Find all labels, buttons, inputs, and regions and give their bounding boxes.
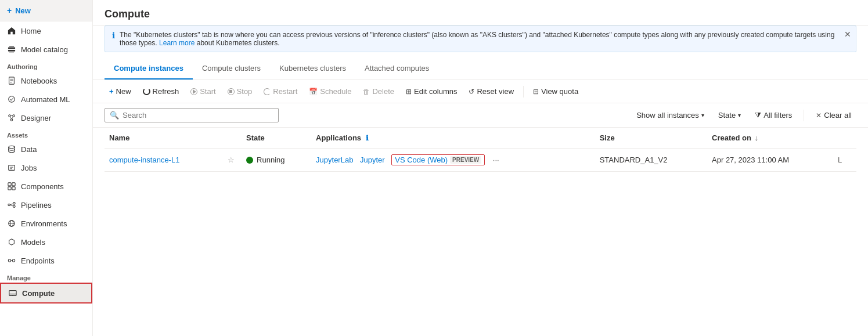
col-applications: Applications ℹ <box>311 128 595 149</box>
sidebar-item-pipelines[interactable]: Pipelines <box>0 196 92 214</box>
state-chevron-icon: ▾ <box>738 112 741 118</box>
sidebar-item-endpoints[interactable]: Endpoints <box>0 251 92 270</box>
filter-row: 🔍 Show all instances ▾ State ▾ ⧩ All fil… <box>93 103 868 128</box>
show-all-instances-button[interactable]: Show all instances ▾ <box>632 109 709 122</box>
page-title: Compute <box>105 8 856 20</box>
star-cell: ☆ <box>221 149 242 172</box>
assets-section-label: Assets <box>0 127 92 140</box>
schedule-button[interactable]: 📅 Schedule <box>304 85 356 98</box>
compute-icon <box>8 288 17 298</box>
instance-name-link[interactable]: compute-instance-L1 <box>109 156 179 164</box>
main-content: Compute ℹ The "Kubernetes clusters" tab … <box>93 0 868 336</box>
sidebar-pipelines-label: Pipelines <box>21 201 52 209</box>
sidebar-item-models[interactable]: Models <box>0 233 92 251</box>
col-size: Size <box>595 128 707 149</box>
size-value: STANDARD_A1_V2 <box>600 156 668 164</box>
col-name: Name <box>105 128 221 149</box>
edit-columns-icon: ⊞ <box>406 88 412 96</box>
sidebar-model-catalog-label: Model catalog <box>21 45 68 54</box>
state-cell: Running <box>242 149 311 172</box>
restart-icon <box>264 88 271 95</box>
state-filter-button[interactable]: State ▾ <box>714 109 745 122</box>
svg-point-36 <box>12 295 13 295</box>
clear-all-label: Clear all <box>824 111 852 120</box>
svg-point-10 <box>13 115 15 117</box>
filter-funnel-icon: ⧩ <box>755 111 761 120</box>
endpoints-icon <box>7 256 16 265</box>
schedule-icon: 📅 <box>309 88 318 96</box>
banner-close-button[interactable]: ✕ <box>844 30 851 39</box>
show-all-instances-chevron: ▾ <box>701 112 704 118</box>
pipelines-icon <box>7 200 16 209</box>
vscode-web-box[interactable]: VS Code (Web) PREVIEW <box>391 154 485 165</box>
manage-section-label: Manage <box>0 270 92 283</box>
sidebar-item-environments[interactable]: Environments <box>0 214 92 233</box>
tab-attached-computes[interactable]: Attached computes <box>355 58 438 80</box>
svg-rect-3 <box>9 52 15 52</box>
created-on-cell: Apr 27, 2023 11:00 AM <box>707 149 833 172</box>
sidebar-item-automated-ml[interactable]: Automated ML <box>0 90 92 109</box>
tab-kubernetes-clusters[interactable]: Kubernetes clusters <box>270 58 355 80</box>
new-button[interactable]: + New <box>105 85 136 98</box>
delete-button[interactable]: 🗑 Delete <box>358 85 399 98</box>
svg-point-15 <box>9 146 15 148</box>
model-catalog-icon <box>7 45 16 54</box>
svg-line-14 <box>12 117 13 119</box>
row-more-icon[interactable]: L <box>838 156 842 164</box>
jupyter-link[interactable]: Jupyter <box>360 156 385 164</box>
sidebar: + New Home Model catalog Authoring Noteb… <box>0 0 93 336</box>
sidebar-new-button[interactable]: + New <box>0 0 92 21</box>
sidebar-item-model-catalog[interactable]: Model catalog <box>0 40 92 59</box>
svg-rect-1 <box>8 50 15 52</box>
col-extra <box>833 128 856 149</box>
svg-rect-20 <box>12 183 15 186</box>
jobs-icon <box>7 163 16 172</box>
page-header: Compute <box>93 0 868 26</box>
banner-text: The "Kubernetes clusters" tab is now whe… <box>120 31 849 47</box>
reset-view-button[interactable]: ↺ Reset view <box>464 85 518 98</box>
home-icon <box>7 26 16 35</box>
svg-rect-16 <box>9 165 15 171</box>
sidebar-item-jobs[interactable]: Jobs <box>0 158 92 177</box>
svg-line-27 <box>10 205 13 206</box>
sidebar-item-compute[interactable]: Compute <box>0 283 92 304</box>
more-options-button[interactable]: ··· <box>491 156 502 164</box>
banner-learn-more-link[interactable]: Learn more <box>159 39 195 47</box>
sidebar-item-notebooks[interactable]: Notebooks <box>0 71 92 90</box>
search-input[interactable] <box>123 111 273 120</box>
sidebar-new-label: New <box>15 6 31 15</box>
svg-point-32 <box>12 259 15 262</box>
stop-icon <box>228 88 235 95</box>
vscode-web-link[interactable]: VS Code (Web) <box>395 156 448 164</box>
stop-button[interactable]: Stop <box>223 85 257 98</box>
refresh-button[interactable]: Refresh <box>138 85 184 98</box>
filter-separator <box>804 110 804 121</box>
jupyterlab-link[interactable]: JupyterLab <box>316 156 353 164</box>
all-filters-button[interactable]: ⧩ All filters <box>750 109 797 122</box>
instance-name-cell: compute-instance-L1 <box>105 149 221 172</box>
start-button[interactable]: Start <box>186 85 220 98</box>
designer-icon <box>7 113 16 122</box>
info-icon: ℹ <box>112 31 115 40</box>
tab-compute-instances[interactable]: Compute instances <box>105 58 193 80</box>
search-icon: 🔍 <box>110 111 119 120</box>
row-extra-cell: L <box>833 149 856 172</box>
tab-compute-clusters[interactable]: Compute clusters <box>193 58 270 80</box>
state-running: Running <box>246 156 307 164</box>
clear-all-button[interactable]: ✕ Clear all <box>811 109 856 122</box>
sidebar-designer-label: Designer <box>21 114 51 122</box>
restart-button[interactable]: Restart <box>259 85 302 98</box>
toolbar-divider <box>523 86 524 97</box>
sidebar-item-designer[interactable]: Designer <box>0 109 92 127</box>
sidebar-item-components[interactable]: Components <box>0 177 92 196</box>
sidebar-jobs-label: Jobs <box>21 164 37 172</box>
star-icon[interactable]: ☆ <box>228 156 235 164</box>
sidebar-item-home[interactable]: Home <box>0 21 92 40</box>
plus-icon: + <box>7 6 12 15</box>
data-icon <box>7 144 16 154</box>
edit-columns-button[interactable]: ⊞ Edit columns <box>401 85 462 98</box>
sidebar-item-data[interactable]: Data <box>0 140 92 158</box>
svg-point-9 <box>9 115 11 117</box>
view-quota-button[interactable]: ⊟ View quota <box>528 85 583 98</box>
view-quota-icon: ⊟ <box>533 88 539 96</box>
